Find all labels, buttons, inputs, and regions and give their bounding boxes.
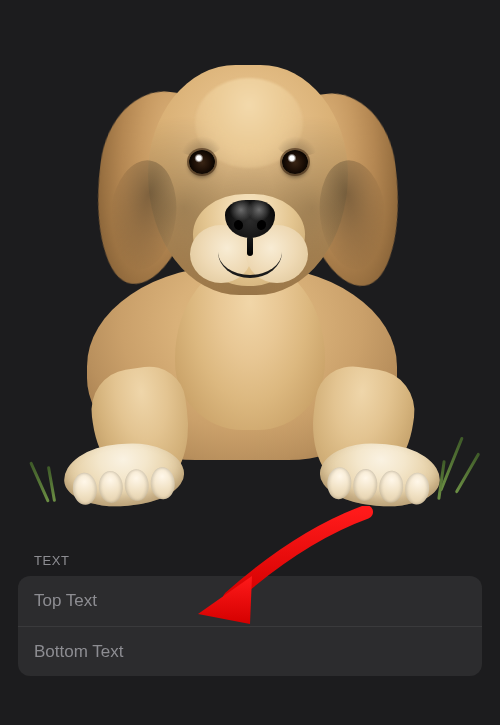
top-text-row[interactable] [18,576,482,626]
meme-preview [0,0,500,490]
top-text-input[interactable] [34,591,466,611]
preview-subject-image [20,30,480,490]
text-input-group [18,576,482,676]
text-section-header: TEXT [34,553,70,568]
bottom-text-input[interactable] [34,642,466,662]
bottom-text-row[interactable] [18,626,482,676]
